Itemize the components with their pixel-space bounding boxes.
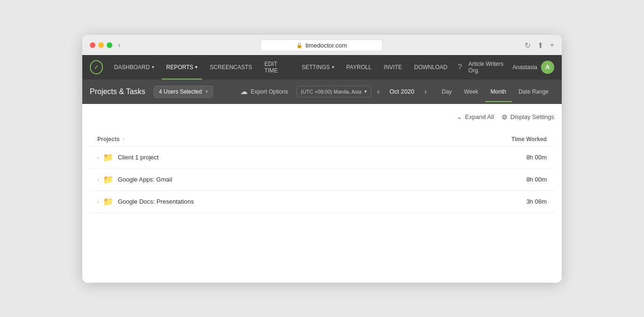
timezone-selector[interactable]: (UTC +08:00) Manila, Asia ▾ xyxy=(297,86,371,97)
table-row: ‹ 📁 Google Apps: Gmail 8h 00m xyxy=(90,169,554,191)
tab-week[interactable]: Week xyxy=(458,86,484,97)
collapse-icon[interactable]: ‹ xyxy=(97,199,99,205)
org-name: Article Writers Org. xyxy=(469,61,506,74)
project-name: Google Apps: Gmail xyxy=(118,176,490,183)
time-worked: 3h 08m xyxy=(490,198,547,205)
folder-icon: 📁 xyxy=(103,197,113,207)
nav-reports[interactable]: REPORTS ▾ xyxy=(162,55,203,79)
traffic-light-yellow[interactable] xyxy=(98,42,104,48)
next-date-button[interactable]: › xyxy=(422,87,428,96)
export-options-button[interactable]: ☁ Export Options xyxy=(236,85,292,98)
expand-icon: ⌄ xyxy=(457,113,462,120)
new-tab-button[interactable]: + xyxy=(550,41,554,50)
user-menu[interactable]: Anastasia A xyxy=(512,61,554,74)
nav-payroll[interactable]: PAYROLL xyxy=(342,55,377,79)
nav-settings[interactable]: SETTINGS ▾ xyxy=(297,55,339,79)
reload-button[interactable]: ↻ xyxy=(525,41,531,50)
projects-table: Projects ↑ Time Worked ‹ 📁 Client 1 proj… xyxy=(90,132,554,213)
nav-download[interactable]: DOWNLOAD xyxy=(409,55,452,79)
page-title: Projects & Tasks xyxy=(90,87,145,96)
chevron-down-icon: ▾ xyxy=(332,64,334,70)
project-name: Client 1 project xyxy=(118,154,490,161)
nav-edit-time[interactable]: EDIT TIME xyxy=(259,55,294,79)
tab-date-range[interactable]: Date Range xyxy=(513,86,554,97)
column-header-projects[interactable]: Projects ↑ xyxy=(97,136,490,143)
tab-day[interactable]: Day xyxy=(436,86,457,97)
traffic-light-green[interactable] xyxy=(107,42,112,48)
time-worked: 8h 00m xyxy=(490,176,547,183)
nav-screencasts[interactable]: SCREENCASTS xyxy=(205,55,257,79)
app-logo: ✓ xyxy=(90,60,103,74)
nav-invite[interactable]: INVITE xyxy=(379,55,407,79)
project-name: Google Docs: Presentations xyxy=(118,198,490,205)
lock-icon: 🔒 xyxy=(296,42,303,48)
traffic-light-red[interactable] xyxy=(90,42,95,48)
user-selector[interactable]: 4 Users Selected ▾ xyxy=(154,86,213,98)
sort-ascending-icon: ↑ xyxy=(122,136,125,142)
user-avatar: A xyxy=(541,61,554,74)
prev-date-button[interactable]: ‹ xyxy=(375,87,381,96)
column-header-time: Time Worked xyxy=(490,136,547,143)
address-bar[interactable]: 🔒 timedoctor.com xyxy=(260,40,383,51)
chevron-down-icon: ▾ xyxy=(205,89,208,94)
date-navigator: ‹ Oct 2020 › xyxy=(375,87,429,96)
help-button[interactable]: ? xyxy=(458,63,462,71)
tab-month[interactable]: Month xyxy=(485,86,512,97)
gear-icon: ⚙ xyxy=(502,113,508,121)
folder-icon: 📁 xyxy=(103,152,113,163)
url-text: timedoctor.com xyxy=(306,42,347,49)
nav-dashboard[interactable]: DASHBOARD ▾ xyxy=(110,55,159,79)
chevron-down-icon: ▾ xyxy=(195,64,197,70)
collapse-icon[interactable]: ‹ xyxy=(97,177,99,182)
table-row: ‹ 📁 Google Docs: Presentations 3h 08m xyxy=(90,191,554,213)
upload-icon: ☁ xyxy=(240,87,248,96)
current-date: Oct 2020 xyxy=(384,88,419,95)
chevron-down-icon: ▾ xyxy=(364,88,367,95)
display-settings-button[interactable]: ⚙ Display Settings xyxy=(502,113,554,121)
folder-icon: 📁 xyxy=(103,174,113,185)
share-button[interactable]: ⬆ xyxy=(537,41,543,50)
back-button[interactable]: ‹ xyxy=(118,41,120,49)
table-row: ‹ 📁 Client 1 project 8h 00m xyxy=(90,147,554,169)
collapse-icon[interactable]: ‹ xyxy=(97,155,99,160)
time-worked: 8h 00m xyxy=(490,154,547,161)
expand-all-button[interactable]: ⌄ Expand All xyxy=(457,113,494,120)
chevron-down-icon: ▾ xyxy=(152,64,154,70)
